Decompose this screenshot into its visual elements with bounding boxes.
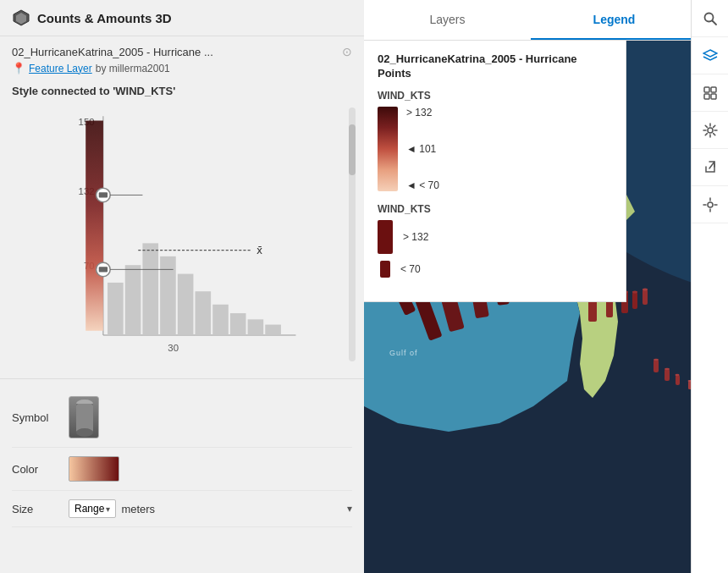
svg-rect-58	[654, 360, 659, 372]
svg-rect-12	[160, 256, 176, 335]
svg-rect-18	[265, 325, 281, 335]
filter-icon[interactable]: ⊙	[342, 45, 352, 58]
size-label-large: > 132	[403, 231, 428, 243]
size-legend-item-large: > 132	[378, 220, 612, 254]
by-author-text: by millerma2001	[96, 63, 170, 74]
symbol-label: Symbol	[12, 411, 58, 424]
svg-rect-16	[230, 313, 246, 335]
color-ramp-legend: > 132 ◄ 101 ◄ < 70	[378, 107, 612, 191]
svg-point-59	[654, 359, 659, 361]
svg-line-74	[709, 162, 714, 168]
layer-name-text: 02_HurricaneKatrina_2005 - Hurricane ...	[12, 46, 213, 58]
legend-color-section: WIND_KTS > 132 ◄ 101 ◄ < 70	[378, 90, 612, 191]
svg-rect-70	[711, 87, 716, 92]
svg-rect-13	[178, 274, 194, 335]
svg-rect-54	[632, 292, 637, 309]
svg-text:30: 30	[168, 343, 179, 353]
svg-line-67	[712, 20, 716, 25]
svg-rect-29	[76, 404, 93, 433]
grid-toolbar-btn[interactable]	[692, 74, 729, 112]
size-unit-label: meters	[121, 503, 155, 515]
svg-rect-22	[99, 267, 108, 272]
style-label: Style	[12, 85, 38, 97]
size-select-dropdown[interactable]: Range ▾	[69, 499, 116, 518]
style-connected-text: connected to 'WIND_KTS'	[41, 85, 176, 97]
size-expand-icon[interactable]: ▾	[347, 503, 352, 515]
size-bar-small	[380, 261, 390, 278]
legend-color-field: WIND_KTS	[378, 90, 612, 102]
size-row: Size Range ▾ meters ▾	[12, 491, 352, 527]
symbol-preview[interactable]	[69, 396, 99, 438]
svg-rect-8	[85, 121, 103, 331]
histogram-svg[interactable]: 150 132 70 30	[25, 107, 339, 361]
tab-layers[interactable]: Layers	[364, 0, 531, 40]
settings-toolbar-btn[interactable]	[692, 112, 729, 149]
ramp-labels: > 132 ◄ 101 ◄ < 70	[406, 107, 439, 191]
color-row: Color	[12, 448, 352, 491]
size-legend-item-small: < 70	[378, 261, 612, 278]
grid-icon	[703, 85, 718, 101]
svg-point-73	[708, 128, 713, 133]
svg-rect-72	[711, 94, 716, 99]
size-label-small: < 70	[400, 263, 421, 275]
svg-rect-9	[108, 283, 124, 335]
color-ramp-bar	[378, 107, 398, 191]
ramp-label-bot: ◄ < 70	[406, 179, 439, 191]
pin-icon: 📍	[12, 62, 25, 74]
symbol-row: Symbol	[12, 388, 352, 448]
share-icon	[703, 160, 718, 175]
legend-size-field: WIND_KTS	[378, 203, 612, 215]
svg-rect-56	[643, 289, 648, 305]
svg-point-63	[676, 374, 680, 376]
feature-layer-link[interactable]: Feature Layer	[29, 63, 92, 74]
svg-rect-10	[125, 265, 141, 335]
svg-rect-11	[142, 243, 158, 335]
svg-text:x̄: x̄	[256, 245, 262, 256]
ramp-label-mid: ◄ 101	[406, 143, 439, 155]
config-toolbar-btn[interactable]	[692, 186, 729, 223]
svg-point-61	[665, 368, 670, 370]
style-connected-row: Style connected to 'WIND_KTS'	[0, 81, 364, 104]
right-area: ALABAMA GEORGIA Gulf of	[364, 0, 728, 573]
svg-rect-15	[212, 305, 229, 335]
right-toolbar	[691, 0, 728, 573]
tab-legend[interactable]: Legend	[531, 0, 698, 40]
svg-rect-20	[99, 192, 108, 197]
svg-point-57	[643, 289, 648, 291]
svg-rect-60	[665, 369, 670, 381]
size-legend-items: > 132 < 70	[378, 220, 612, 278]
size-label: Size	[12, 503, 58, 515]
svg-point-75	[708, 202, 713, 207]
svg-rect-71	[704, 94, 709, 99]
share-toolbar-btn[interactable]	[692, 149, 729, 186]
svg-text:Gulf of: Gulf of	[389, 349, 418, 357]
dropdown-caret: ▾	[106, 504, 110, 514]
histogram-container: 150 132 70 30	[25, 107, 339, 378]
svg-marker-68	[703, 50, 717, 57]
svg-rect-17	[248, 319, 264, 335]
left-panel: Counts & Amounts 3D 02_HurricaneKatrina_…	[0, 0, 364, 573]
ramp-label-top: > 132	[406, 107, 439, 118]
layers-toolbar-btn[interactable]	[692, 37, 729, 74]
panel-header: Counts & Amounts 3D	[0, 0, 364, 36]
svg-rect-62	[676, 375, 680, 385]
legend-panel: 02_HurricaneKatrina_2005 - Hurricane Poi…	[364, 41, 626, 302]
color-swatch[interactable]	[69, 456, 119, 482]
app-icon	[12, 8, 30, 27]
layers-icon	[703, 48, 718, 63]
color-label: Color	[12, 463, 58, 476]
settings-icon	[703, 123, 718, 138]
svg-rect-69	[704, 87, 709, 92]
layer-header: 02_HurricaneKatrina_2005 - Hurricane ...…	[0, 36, 364, 62]
scroll-thumb[interactable]	[349, 124, 356, 175]
size-bar-large	[378, 220, 393, 254]
feature-layer-row: 📍 Feature Layer by millerma2001	[0, 62, 364, 81]
size-select-wrapper: Range ▾ meters	[69, 499, 155, 518]
search-toolbar-btn[interactable]	[692, 0, 729, 37]
size-select-value: Range	[74, 503, 104, 515]
search-icon	[703, 11, 718, 26]
panel-title: Counts & Amounts 3D	[37, 11, 172, 25]
legend-layer-name: 02_HurricaneKatrina_2005 - Hurricane Poi…	[378, 52, 612, 81]
config-icon	[703, 197, 718, 212]
property-rows: Symbol Color Size Range ▾	[0, 378, 364, 536]
